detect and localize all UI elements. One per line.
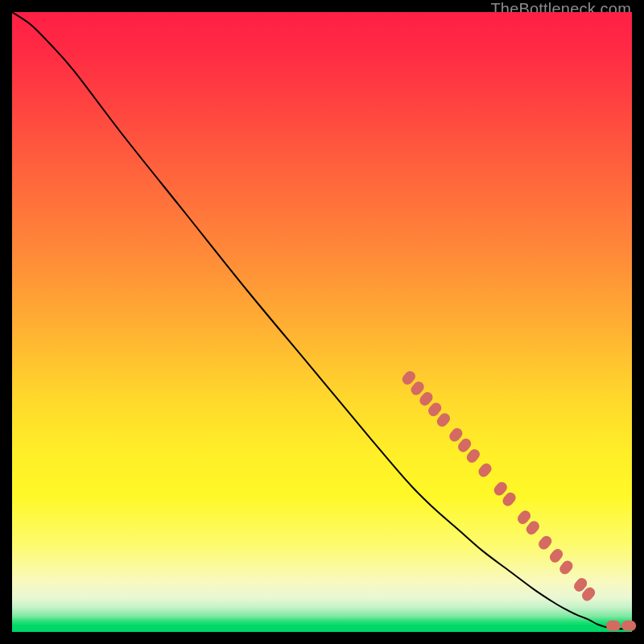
- chart-svg: [12, 12, 632, 632]
- curve-line: [12, 12, 632, 629]
- data-marker: [536, 534, 554, 551]
- chart-stage: TheBottleneck.com: [0, 0, 644, 644]
- marker-group: [400, 369, 636, 631]
- data-marker: [558, 559, 576, 576]
- data-marker: [606, 621, 621, 631]
- gradient-plot-area: [12, 12, 632, 632]
- data-marker: [621, 621, 636, 631]
- data-marker: [547, 547, 565, 564]
- data-marker: [477, 461, 494, 479]
